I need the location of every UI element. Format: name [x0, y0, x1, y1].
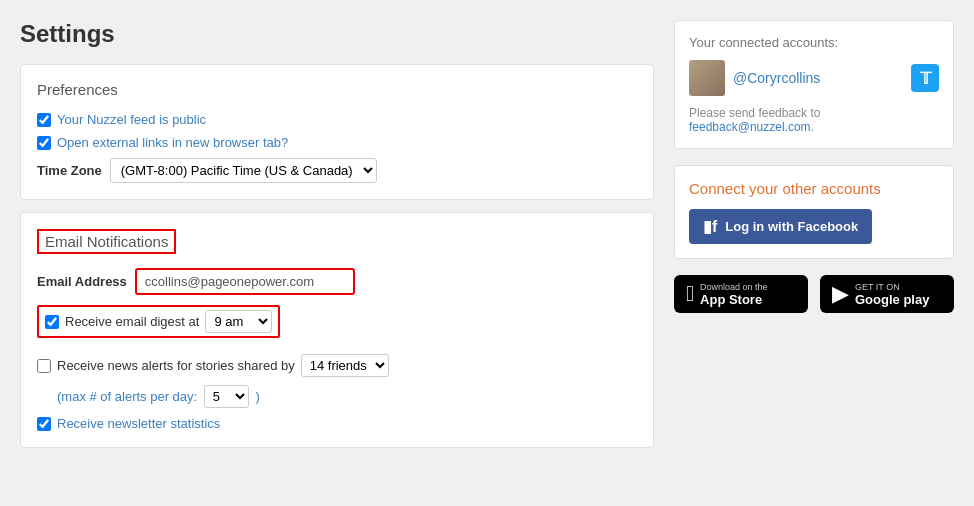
feedback-pre: Please send feedback to: [689, 106, 820, 120]
right-sidebar: Your connected accounts: @Coryrcollins 𝕋…: [674, 20, 954, 460]
appstore-text: Download on the App Store: [700, 282, 768, 307]
googleplay-name: Google play: [855, 292, 929, 307]
page-title: Settings: [20, 20, 654, 48]
max-alerts-select[interactable]: 5 1 2 3 10: [204, 385, 249, 408]
newsletter-label: Receive newsletter statistics: [57, 416, 220, 431]
alerts-label: Receive news alerts for stories shared b…: [57, 358, 295, 373]
googleplay-text: GET IT ON Google play: [855, 282, 929, 307]
feedback-email-link[interactable]: feedback@nuzzel.com: [689, 120, 811, 134]
connect-section-title: Connect your other accounts: [689, 180, 939, 197]
twitter-account-row: @Coryrcollins 𝕋: [689, 60, 939, 96]
alerts-friends-select[interactable]: 14 friends All friends: [301, 354, 389, 377]
twitter-icon: 𝕋: [911, 64, 939, 92]
timezone-label: Time Zone: [37, 163, 102, 178]
alerts-row: Receive news alerts for stories shared b…: [37, 354, 637, 377]
pref-public-feed[interactable]: Your Nuzzel feed is public: [37, 112, 637, 127]
connected-label: Your connected accounts:: [689, 35, 939, 50]
digest-time-select[interactable]: 9 am 6 am 7 am 8 am 10 am 6 pm Never: [205, 310, 272, 333]
newsletter-row[interactable]: Receive newsletter statistics: [37, 416, 637, 431]
pref-external-links-checkbox[interactable]: [37, 136, 51, 150]
main-content: Settings Preferences Your Nuzzel feed is…: [20, 20, 654, 460]
preferences-card: Preferences Your Nuzzel feed is public O…: [20, 64, 654, 200]
max-alerts-row: (max # of alerts per day: 5 1 2 3 10 ): [57, 385, 637, 408]
app-store-buttons:  Download on the App Store ▶ GET IT ON …: [674, 275, 954, 313]
googleplay-button[interactable]: ▶ GET IT ON Google play: [820, 275, 954, 313]
digest-label-pre: Receive email digest at: [65, 314, 199, 329]
googleplay-sub: GET IT ON: [855, 282, 929, 292]
appstore-sub: Download on the: [700, 282, 768, 292]
twitter-handle-link[interactable]: @Coryrcollins: [733, 70, 903, 86]
email-address-label: Email Address: [37, 274, 127, 289]
alerts-checkbox[interactable]: [37, 359, 51, 373]
email-notifications-card: Email Notifications Email Address Receiv…: [20, 212, 654, 448]
connected-accounts-card: Your connected accounts: @Coryrcollins 𝕋…: [674, 20, 954, 149]
pref-external-links[interactable]: Open external links in new browser tab?: [37, 135, 637, 150]
digest-row[interactable]: Receive email digest at 9 am 6 am 7 am 8…: [37, 305, 280, 338]
pref-external-links-label: Open external links in new browser tab?: [57, 135, 288, 150]
appstore-name: App Store: [700, 292, 768, 307]
email-address-input[interactable]: [135, 268, 355, 295]
email-notifications-title: Email Notifications: [37, 229, 176, 254]
preferences-title: Preferences: [37, 81, 637, 98]
facebook-btn-label: Log in with Facebook: [725, 219, 858, 234]
timezone-select[interactable]: (GMT-8:00) Pacific Time (US & Canada): [110, 158, 377, 183]
digest-row-wrapper: Receive email digest at 9 am 6 am 7 am 8…: [37, 305, 637, 346]
email-address-row: Email Address: [37, 268, 637, 295]
apple-icon: : [686, 281, 694, 307]
timezone-row: Time Zone (GMT-8:00) Pacific Time (US & …: [37, 158, 637, 183]
feedback-text: Please send feedback to feedback@nuzzel.…: [689, 106, 939, 134]
facebook-login-button[interactable]: ▮f Log in with Facebook: [689, 209, 872, 244]
appstore-button[interactable]:  Download on the App Store: [674, 275, 808, 313]
connect-accounts-card: Connect your other accounts ▮f Log in wi…: [674, 165, 954, 259]
digest-checkbox[interactable]: [45, 315, 59, 329]
facebook-icon: ▮f: [703, 217, 717, 236]
googleplay-icon: ▶: [832, 281, 849, 307]
pref-public-feed-checkbox[interactable]: [37, 113, 51, 127]
max-alerts-suffix: ): [255, 389, 259, 404]
newsletter-checkbox[interactable]: [37, 417, 51, 431]
max-alerts-label: (max # of alerts per day:: [57, 389, 197, 404]
avatar: [689, 60, 725, 96]
pref-public-feed-label: Your Nuzzel feed is public: [57, 112, 206, 127]
feedback-period: .: [811, 120, 814, 134]
